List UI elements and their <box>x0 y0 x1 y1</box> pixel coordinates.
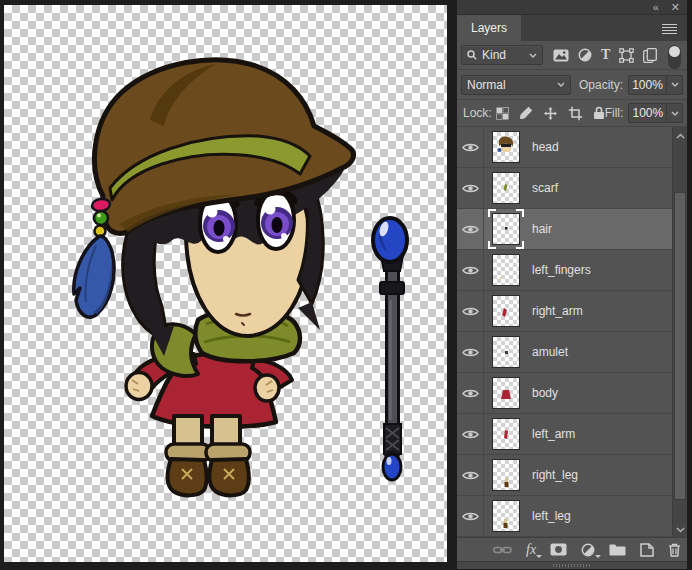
layer-row-body[interactable]: body <box>457 373 672 414</box>
visibility-toggle[interactable] <box>457 414 484 454</box>
link-layers-button[interactable] <box>493 545 512 555</box>
layer-name: amulet <box>532 345 568 359</box>
opacity-value-field[interactable]: 100% <box>628 75 667 95</box>
layer-thumbnail[interactable] <box>492 295 520 327</box>
layer-row-head[interactable]: head <box>457 127 672 168</box>
scroll-up-icon[interactable] <box>676 133 685 139</box>
eye-icon <box>462 265 479 276</box>
hat-charm-artwork <box>74 198 114 317</box>
lock-label: Lock: <box>463 106 492 120</box>
eye-icon <box>462 429 479 440</box>
panel-chrome: « ✕ <box>457 0 687 15</box>
lock-artboard-icon[interactable] <box>568 106 583 121</box>
layer-thumbnail[interactable] <box>492 459 520 491</box>
layer-thumbnail[interactable] <box>492 377 520 409</box>
add-layer-mask-button[interactable] <box>550 543 567 556</box>
new-layer-icon <box>640 543 654 557</box>
type-layer-filter-icon[interactable]: T <box>601 48 610 62</box>
layer-style-button[interactable]: fx <box>526 543 536 557</box>
adjustment-layer-filter-icon[interactable] <box>578 48 592 62</box>
panel-footer: fx <box>457 537 687 561</box>
lock-position-icon[interactable] <box>543 106 558 121</box>
visibility-toggle[interactable] <box>457 168 484 208</box>
layer-row-left-fingers[interactable]: left_fingers <box>457 250 672 291</box>
delete-layer-button[interactable] <box>668 543 681 557</box>
blend-mode-value: Normal <box>467 78 506 92</box>
resize-grip-icon <box>553 564 591 567</box>
layer-row-right-leg[interactable]: right_leg <box>457 455 672 496</box>
layer-thumbnail[interactable] <box>492 336 520 368</box>
panel-menu-icon[interactable] <box>662 24 677 34</box>
eye-icon <box>462 388 479 399</box>
character-artwork <box>126 310 300 496</box>
layer-row-left-leg[interactable]: left_leg <box>457 496 672 537</box>
layer-thumbnail[interactable] <box>492 500 520 532</box>
smart-object-filter-icon[interactable] <box>643 48 657 63</box>
search-icon <box>467 50 477 60</box>
chevron-down-icon <box>671 111 679 116</box>
panel-resize-strip[interactable] <box>457 561 687 569</box>
blend-bar: Normal Opacity: 100% <box>457 70 687 100</box>
canvas-artwork <box>4 5 447 562</box>
add-adjustment-layer-button[interactable] <box>581 543 595 557</box>
visibility-toggle[interactable] <box>457 373 484 413</box>
layer-name: left_leg <box>532 509 571 523</box>
visibility-toggle[interactable] <box>457 332 484 372</box>
layer-thumbnail[interactable] <box>492 213 520 245</box>
layer-thumbnail[interactable] <box>492 172 520 204</box>
layer-row-amulet[interactable]: amulet <box>457 332 672 373</box>
filtering-toggle-switch[interactable] <box>668 45 681 69</box>
close-panel-icon[interactable]: ✕ <box>671 2 680 12</box>
eye-icon <box>462 306 479 317</box>
eye-icon <box>462 142 479 153</box>
fill-value-field[interactable]: 100% <box>628 103 667 123</box>
blend-mode-dropdown[interactable]: Normal <box>461 75 571 95</box>
opacity-slider-button[interactable] <box>667 75 683 95</box>
link-icon <box>493 545 512 555</box>
caret-down-icon <box>536 555 542 558</box>
layer-thumbnail[interactable] <box>492 254 520 286</box>
visibility-toggle[interactable] <box>457 209 484 249</box>
layer-thumbnail[interactable] <box>492 418 520 450</box>
layer-list: head scarf <box>457 127 687 537</box>
trash-icon <box>668 543 681 557</box>
visibility-toggle[interactable] <box>457 455 484 495</box>
new-layer-button[interactable] <box>640 543 654 557</box>
layer-thumbnail[interactable] <box>492 131 520 163</box>
scrollbar-thumb[interactable] <box>674 192 686 500</box>
fill-label: Fill: <box>605 106 624 120</box>
lock-transparency-icon[interactable] <box>496 107 509 120</box>
eye-icon <box>462 224 479 235</box>
layer-name: right_arm <box>532 304 583 318</box>
fx-icon: fx <box>526 543 536 557</box>
scroll-down-icon[interactable] <box>676 527 685 533</box>
layer-mask-icon <box>550 543 567 556</box>
collapse-panel-icon[interactable]: « <box>653 2 659 12</box>
fill-slider-button[interactable] <box>667 103 683 123</box>
visibility-toggle[interactable] <box>457 291 484 331</box>
layer-row-right-arm[interactable]: right_arm <box>457 291 672 332</box>
document-canvas[interactable] <box>4 5 447 562</box>
tab-layers[interactable]: Layers <box>457 15 521 41</box>
layer-list-scrollbar[interactable] <box>672 127 687 537</box>
chevron-down-icon <box>671 82 679 87</box>
opacity-label: Opacity: <box>579 78 623 92</box>
new-group-button[interactable] <box>609 543 626 556</box>
lock-all-icon[interactable] <box>593 106 605 120</box>
chevron-down-icon <box>529 53 537 58</box>
layer-row-scarf[interactable]: scarf <box>457 168 672 209</box>
staff-artwork <box>373 218 407 480</box>
layer-name: scarf <box>532 181 558 195</box>
lock-pixels-brush-icon[interactable] <box>519 106 533 120</box>
adjustment-icon <box>581 543 595 557</box>
kind-filter-dropdown[interactable]: Kind <box>461 45 543 65</box>
visibility-toggle[interactable] <box>457 496 484 536</box>
layer-row-hair[interactable]: hair <box>457 209 672 250</box>
visibility-toggle[interactable] <box>457 127 484 167</box>
pixel-layer-filter-icon[interactable] <box>553 49 569 62</box>
shape-layer-filter-icon[interactable] <box>619 48 634 63</box>
layer-row-left-arm[interactable]: left_arm <box>457 414 672 455</box>
layers-panel: « ✕ Layers Kind <box>457 0 687 567</box>
visibility-toggle[interactable] <box>457 250 484 290</box>
character-head-artwork <box>74 60 354 356</box>
